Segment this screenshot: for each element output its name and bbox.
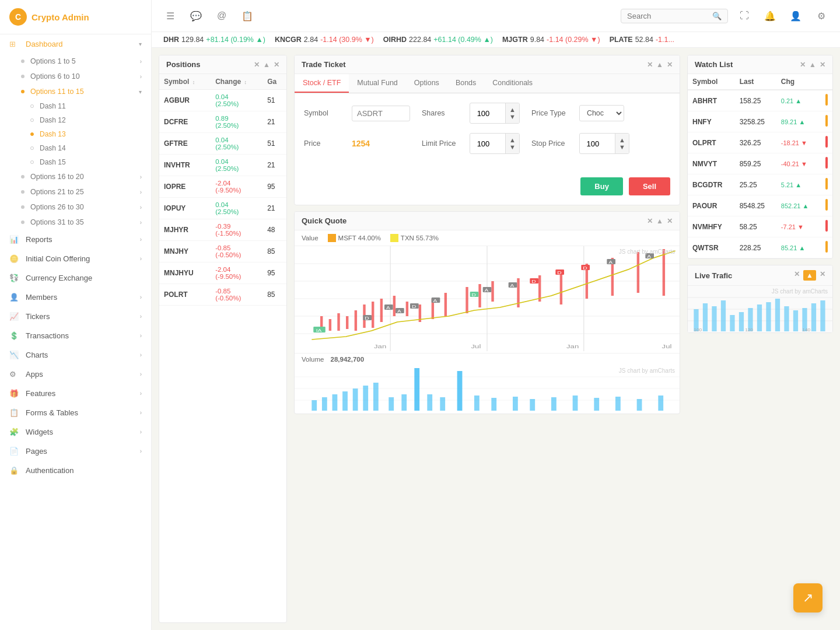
sub-item-dash11[interactable]: Dash 11 [0,99,151,113]
submenu-options-21-25[interactable]: Options 21 to 25 › [0,184,151,200]
submenu-options-6-10[interactable]: Options 6 to 10 › [0,69,151,84]
clipboard-icon[interactable]: 📋 [238,6,257,25]
wl-symbol: ABHRT [688,90,735,111]
limit-price-stepper-btn[interactable]: ▲▼ [505,134,519,153]
lt-up-icon[interactable]: ▲ [803,270,816,281]
trade-ticket-close-icon[interactable]: ✕ [667,61,673,69]
floating-action-button[interactable]: ↗ [793,583,822,612]
positions-close-icon[interactable]: ✕ [274,61,279,69]
wl-up-icon[interactable]: ▲ [809,61,816,69]
tab-mutual-fund[interactable]: Mutual Fund [349,74,405,93]
svg-text:A: A [608,260,612,265]
search-box[interactable]: 🔍 [621,9,728,23]
sidebar-dashboard-row[interactable]: ⊞ Dashboard ▾ [0,34,151,54]
quick-quote-chart-area: IA D A A D A D A [295,246,680,353]
sidebar-transactions-row[interactable]: 💲 Transactions › [0,326,151,345]
sidebar-members-row[interactable]: 👤 Members › [0,288,151,307]
chat-icon[interactable]: 💬 [187,6,205,25]
notification-icon[interactable]: 🔔 [761,6,779,25]
limit-price-stepper[interactable]: ▲▼ [470,133,520,154]
sidebar-exchange-row[interactable]: 💱 Currency Exchange [0,268,151,288]
ticker-mjgtr-change: -1.14 (0.29% ▼) [547,36,600,44]
sidebar-widgets-row[interactable]: 🧩 Widgets › [0,422,151,442]
sidebar-forms-row[interactable]: 📋 Forms & Tables › [0,403,151,422]
sidebar-pages-row[interactable]: 📄 Pages › [0,442,151,461]
sidebar-features-row[interactable]: 🎁 Features › [0,384,151,403]
limit-price-value[interactable] [470,136,505,151]
lt-close2-icon[interactable]: ✕ [794,270,800,281]
stop-price-value[interactable] [580,136,615,151]
bullet-26-30 [21,205,24,209]
sidebar-item-forms: 📋 Forms & Tables › [0,403,151,422]
svg-rect-66 [312,400,317,411]
live-traffic-header-icons: ✕ ▲ ✕ [794,270,825,281]
members-icon: 👤 [9,293,20,302]
submenu-options-16-20[interactable]: Options 16 to 20 › [0,169,151,184]
sub-item-dash13[interactable]: Dash 13 [0,127,151,141]
trade-ticket-close2-icon[interactable]: ✕ [647,61,653,69]
user-icon[interactable]: 👤 [786,6,805,25]
positions-close2-icon[interactable]: ✕ [254,61,260,69]
submenu-options-31-35[interactable]: Options 31 to 35 › [0,215,151,230]
stop-price-stepper[interactable]: ▲▼ [579,133,629,154]
auth-icon: 🔒 [9,466,20,475]
tab-bonds[interactable]: Bonds [447,74,484,93]
bullet2-dash14 [30,146,34,150]
symbol-input[interactable] [352,106,410,121]
sidebar-ico-row[interactable]: 🪙 Initial Coin Offering › [0,249,151,268]
svg-text:A: A [510,284,514,288]
svg-text:IA: IA [316,328,322,333]
search-input[interactable] [627,12,709,20]
tab-options[interactable]: Options [406,74,447,93]
pos-val: 95 [262,262,286,284]
watchlist-body: Symbol Last Chg ABHRT 158.25 0.21 ▲ HNFY… [688,74,832,258]
search-icon[interactable]: 🔍 [712,12,722,20]
at-icon[interactable]: @ [212,6,231,25]
svg-rect-68 [332,394,338,411]
list-item: ABHRT 158.25 0.21 ▲ [688,90,832,111]
lt-close-icon[interactable]: ✕ [820,270,825,281]
sidebar-apps-row[interactable]: ⚙ Apps › [0,365,151,384]
submenu-options-26-30[interactable]: Options 26 to 30 › [0,200,151,215]
sidebar-reports-row[interactable]: 📊 Reports › [0,230,151,249]
fullscreen-icon[interactable]: ⛶ [735,6,754,25]
sub-item-dash14[interactable]: Dash 14 [0,141,151,155]
positions-title: Positions [166,60,254,69]
hamburger-icon[interactable]: ☰ [161,6,180,25]
wl-close-icon[interactable]: ✕ [820,61,825,69]
qq-up-icon[interactable]: ▲ [656,217,663,225]
sell-button[interactable]: Sell [629,177,670,195]
shares-stepper[interactable]: ▲▼ [470,103,520,124]
svg-rect-104 [793,310,798,331]
stop-price-stepper-btn[interactable]: ▲▼ [615,134,629,153]
submenu-options-1-5[interactable]: Options 1 to 5 › [0,54,151,69]
tab-stock-etf[interactable]: Stock / ETF [295,74,349,93]
ticker-plate-change: -1.1... [656,36,674,44]
trade-ticket-up-icon[interactable]: ▲ [656,61,663,69]
shares-stepper-btn[interactable]: ▲▼ [505,103,519,123]
qq-close2-icon[interactable]: ✕ [647,217,653,225]
wl-close2-icon[interactable]: ✕ [800,61,806,69]
sidebar-apps-label: Apps [26,370,140,379]
ticker-kncgr-symbol: KNCGR [275,36,302,44]
svg-rect-23 [491,281,494,302]
sidebar-charts-row[interactable]: 📉 Charts › [0,345,151,365]
svg-rect-97 [730,315,734,331]
sidebar-tickers-row[interactable]: 📈 Tickers › [0,307,151,326]
buy-button[interactable]: Buy [580,177,623,195]
sidebar-pages-label: Pages [26,447,140,456]
settings-icon[interactable]: ⚙ [812,6,831,25]
svg-text:A: A [433,299,438,303]
positions-up-icon[interactable]: ▲ [263,61,270,69]
tab-conditionals[interactable]: Conditionals [484,74,541,93]
sidebar-auth-row[interactable]: 🔒 Authentication [0,461,151,480]
sub-item-dash12[interactable]: Dash 12 [0,113,151,127]
svg-rect-76 [427,394,432,411]
price-type-select[interactable]: Choc Market Limit [579,105,624,121]
svg-rect-84 [573,396,578,411]
submenu-options-11-15[interactable]: Options 11 to 15 ▾ [0,84,151,99]
shares-value[interactable] [470,106,505,121]
sidebar-logo[interactable]: C Crypto Admin [0,0,151,34]
qq-close-icon[interactable]: ✕ [667,217,673,225]
sub-item-dash15[interactable]: Dash 15 [0,155,151,169]
